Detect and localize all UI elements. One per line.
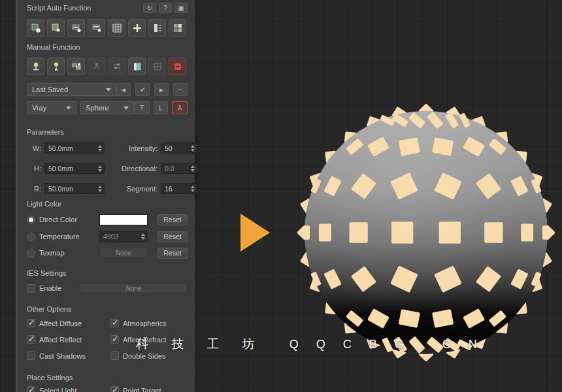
temperature-field[interactable]: 4903 (99, 231, 148, 242)
help-button[interactable]: ? (159, 3, 172, 13)
manual-function-toolbar (27, 57, 188, 75)
temperature-label: Temperature (39, 233, 99, 240)
section-title-place-settings: Place Settings (27, 374, 73, 382)
ies-enable-checkbox[interactable] (27, 284, 35, 293)
param-h-field[interactable]: 50.0mm (44, 163, 105, 174)
texmap-label: Texmap (39, 249, 99, 257)
add-light-icon[interactable] (128, 19, 146, 37)
other-options-grid: Affect Diffuse Atmospherics Affect Refle… (27, 319, 188, 360)
strip-light-icon[interactable] (67, 19, 85, 37)
delete-light-icon[interactable] (169, 57, 186, 75)
param-h-label: H: (27, 165, 41, 172)
texmap-none-button[interactable]: None (99, 248, 148, 258)
spinner-icon (95, 186, 102, 192)
renderer-row: Vray Sphere T L A (27, 101, 188, 114)
direct-color-label: Direct Color (39, 216, 99, 223)
temperature-radio[interactable] (27, 233, 35, 241)
section-title-other-options: Other Options (27, 305, 71, 313)
affect-refract-checkbox[interactable] (110, 335, 119, 344)
parameters-grid: W: 50.0mm Intensity: 50 H: 50.0mm Direct… (27, 142, 188, 194)
preset-prev-button[interactable]: ◄ (116, 83, 131, 96)
preset-apply-button[interactable]: ✔ (135, 83, 150, 96)
strip-light-alt-icon[interactable] (88, 19, 105, 37)
texmap-radio[interactable] (27, 249, 35, 257)
panel-light-icon[interactable] (148, 19, 166, 37)
free-light-icon[interactable] (27, 57, 44, 75)
plane-light-icon[interactable] (27, 19, 44, 37)
renderer-select[interactable]: Vray (27, 101, 76, 114)
dock-button[interactable]: ▣ (174, 3, 188, 13)
section-title-ies: IES Settings (27, 269, 67, 277)
direct-color-radio[interactable] (27, 216, 35, 224)
section-title-parameters: Parameters (27, 128, 64, 136)
spot-light-icon[interactable] (88, 57, 105, 75)
section-title-script-auto: Script Auto Function (27, 4, 91, 12)
ies-file-button[interactable]: None (80, 284, 188, 293)
param-directional-field[interactable]: 0.0 (161, 163, 197, 174)
slider-light-icon[interactable] (108, 57, 125, 75)
direct-color-reset-button[interactable]: Reset (157, 214, 188, 225)
plane-light-alt-icon[interactable] (47, 19, 65, 37)
ies-header: IES Settings (27, 269, 188, 277)
preset-row: Last Saved ◄ ✔ ► − (27, 83, 188, 96)
target-toggle-button[interactable]: T (134, 101, 150, 114)
texmap-row: Texmap None Reset (27, 246, 188, 259)
atmospherics-checkbox[interactable] (110, 319, 119, 327)
app-root: Script Auto Function ↻ ? ▣ (0, 0, 562, 392)
param-w-label: W: (27, 144, 41, 152)
param-r-field[interactable]: 50.0mm (44, 183, 105, 194)
temperature-row: Temperature 4903 Reset (27, 230, 188, 243)
refresh-button[interactable]: ↻ (143, 3, 156, 13)
grid-array-icon[interactable] (108, 19, 125, 37)
light-tool-panel: Script Auto Function ↻ ? ▣ (16, 0, 195, 392)
color-swatch[interactable] (99, 214, 148, 225)
place-settings-header: Place Settings (27, 374, 188, 382)
select-light-checkbox[interactable] (27, 386, 35, 392)
direct-color-row: Direct Color Reset (27, 213, 188, 226)
lock-toggle-button[interactable]: L (154, 101, 168, 114)
spinner-icon (188, 165, 195, 172)
cast-shadows-checkbox[interactable] (27, 351, 35, 360)
grid-light-icon[interactable] (148, 57, 166, 75)
script-auto-header: Script Auto Function ↻ ? ▣ (27, 3, 188, 13)
ies-light-icon[interactable] (128, 57, 146, 75)
preset-select-value: Last Saved (32, 86, 68, 93)
spinner-icon (188, 186, 195, 192)
param-segment-field[interactable]: 16 (161, 183, 197, 194)
other-options-header: Other Options (27, 305, 188, 313)
param-intensity-label: Intensity: (108, 144, 157, 152)
sphere-highlight (305, 111, 548, 354)
affect-diffuse-checkbox[interactable] (27, 319, 35, 327)
affect-reflect-checkbox[interactable] (27, 335, 35, 344)
ies-enable-row: Enable None (27, 282, 188, 294)
double-sides-checkbox[interactable] (110, 351, 119, 360)
image-light-icon[interactable] (169, 19, 186, 37)
spinner-icon (95, 145, 102, 152)
param-r-label: R: (27, 185, 41, 193)
shape-select-value: Sphere (86, 104, 108, 112)
play-icon[interactable] (240, 214, 270, 252)
section-title-manual: Manual Function (27, 43, 80, 51)
param-w-field[interactable]: 50.0mm (44, 142, 105, 154)
spinner-icon (95, 165, 102, 172)
manual-function-header: Manual Function (27, 43, 188, 51)
temperature-reset-button[interactable]: Reset (157, 231, 188, 242)
renderer-select-value: Vray (32, 104, 46, 112)
preset-remove-button[interactable]: − (173, 83, 188, 96)
target-light-icon[interactable] (47, 57, 65, 75)
preset-select[interactable]: Last Saved (27, 83, 116, 96)
texmap-reset-button[interactable]: Reset (157, 248, 188, 259)
point-target-checkbox[interactable] (110, 386, 119, 392)
auto-function-toolbar (27, 19, 188, 37)
spinner-icon (188, 145, 195, 152)
place-settings-grid: Select Light Point Target (27, 386, 188, 392)
section-title-light-color: Light Color (27, 200, 61, 208)
param-directional-label: Directional: (108, 165, 157, 172)
dual-light-icon[interactable] (67, 57, 85, 75)
param-segment-label: Segment: (108, 185, 157, 193)
param-intensity-field[interactable]: 50 (161, 142, 197, 154)
preset-next-button[interactable]: ► (154, 83, 169, 96)
auto-toggle-button[interactable]: A (172, 101, 188, 114)
shape-select[interactable]: Sphere (80, 101, 134, 114)
sphere-render-preview (289, 95, 562, 370)
